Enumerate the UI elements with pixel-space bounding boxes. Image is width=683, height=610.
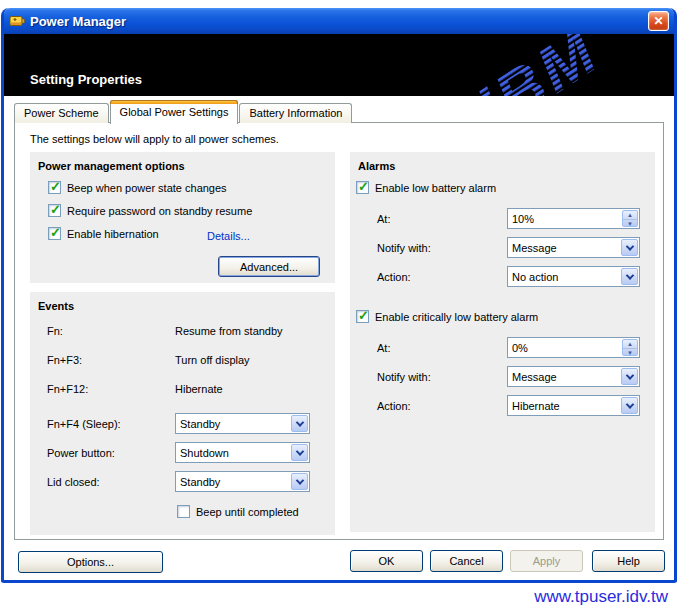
alarm-row: At: 10% ▲▼ (350, 204, 655, 233)
events-panel: Events Fn: Resume from standby Fn+F3: Tu… (30, 292, 335, 535)
spinner-buttons[interactable]: ▲▼ (622, 210, 638, 227)
event-row: Fn+F12: Hibernate (30, 374, 335, 403)
svg-text:IBM: IBM (464, 34, 612, 96)
chevron-down-icon[interactable] (621, 397, 638, 414)
close-button[interactable]: ✕ (648, 11, 669, 31)
battery-app-icon (9, 13, 25, 29)
alarm-label: Action: (377, 271, 507, 283)
panel-heading: Events (30, 292, 335, 316)
beep-until-completed-checkbox[interactable] (177, 505, 190, 518)
tab-strip: Power Scheme Global Power Settings Batte… (14, 99, 353, 123)
ok-button[interactable]: OK (350, 550, 423, 572)
advanced-button[interactable]: Advanced... (218, 256, 320, 277)
beep-power-state-checkbox[interactable] (48, 181, 61, 194)
alarm-label: Notify with: (377, 242, 507, 254)
enable-hibernation-checkbox[interactable] (48, 227, 61, 240)
low-alarm-at-spinner[interactable]: 10% ▲▼ (507, 208, 640, 229)
chevron-down-icon[interactable] (621, 268, 638, 285)
dropdown-value: Message (512, 242, 557, 254)
event-value: Resume from standby (175, 325, 283, 337)
apply-button: Apply (510, 550, 583, 572)
help-button[interactable]: Help (592, 550, 665, 572)
down-arrow-icon[interactable]: ▼ (623, 220, 637, 228)
spinner-value: 0% (512, 342, 528, 354)
alarm-row: Action: Hibernate (350, 391, 655, 420)
event-label: Fn+F4 (Sleep): (47, 418, 175, 430)
event-label: Fn+F12: (47, 383, 175, 395)
power-button-dropdown[interactable]: Shutdown (175, 442, 310, 463)
down-arrow-icon[interactable]: ▼ (623, 349, 637, 357)
power-management-options-panel: Power management options Beep when power… (30, 152, 335, 283)
checkbox-label: Enable hibernation (67, 228, 159, 240)
checkbox-row: Require password on standby resume (30, 199, 335, 222)
checkbox-row: Beep when power state changes (30, 176, 335, 199)
event-label: Fn: (47, 325, 175, 337)
critical-alarm-action-dropdown[interactable]: Hibernate (507, 395, 640, 416)
watermark-text: www.tpuser.idv.tw (534, 587, 668, 607)
checkbox-row: Beep until completed (30, 500, 335, 523)
enable-low-battery-alarm-checkbox[interactable] (356, 181, 369, 194)
alarm-label: Notify with: (377, 371, 507, 383)
titlebar[interactable]: Power Manager ✕ (4, 8, 674, 34)
banner: Setting Properties IBM (4, 34, 674, 96)
checkbox-label: Enable critically low battery alarm (375, 311, 538, 323)
checkbox-label: Enable low battery alarm (375, 182, 496, 194)
cancel-button[interactable]: Cancel (430, 550, 503, 572)
dropdown-value: Message (512, 371, 557, 383)
alarm-label: Action: (377, 400, 507, 412)
checkbox-label: Beep until completed (196, 506, 299, 518)
dialog-body: Power Scheme Global Power Settings Batte… (4, 96, 674, 580)
options-button[interactable]: Options... (18, 551, 163, 573)
fn-f4-sleep-dropdown[interactable]: Standby (175, 413, 310, 434)
screenshot-root: Power Manager ✕ Setting Properties IBM P… (0, 0, 683, 610)
intro-text: The settings below will apply to all pow… (30, 133, 279, 145)
alarm-row: Notify with: Message (350, 233, 655, 262)
alarm-row: Action: No action (350, 262, 655, 291)
checkbox-row: Enable hibernation (30, 222, 335, 245)
tab-power-scheme[interactable]: Power Scheme (14, 103, 109, 123)
dropdown-value: Hibernate (512, 400, 560, 412)
event-value: Hibernate (175, 383, 223, 395)
window-title: Power Manager (30, 14, 126, 29)
event-row: Fn: Resume from standby (30, 316, 335, 345)
lid-closed-dropdown[interactable]: Standby (175, 471, 310, 492)
event-label: Power button: (47, 447, 175, 459)
chevron-down-icon[interactable] (291, 444, 308, 461)
critical-alarm-notify-dropdown[interactable]: Message (507, 366, 640, 387)
alarm-row: Notify with: Message (350, 362, 655, 391)
up-arrow-icon[interactable]: ▲ (623, 340, 637, 349)
require-password-checkbox[interactable] (48, 204, 61, 217)
details-link[interactable]: Details... (207, 230, 250, 242)
low-alarm-notify-dropdown[interactable]: Message (507, 237, 640, 258)
alarm-label: At: (377, 213, 507, 225)
chevron-down-icon[interactable] (291, 473, 308, 490)
chevron-down-icon[interactable] (291, 415, 308, 432)
dropdown-value: Standby (180, 418, 220, 430)
event-row: Power button: Shutdown (30, 438, 335, 467)
spinner-value: 10% (512, 213, 534, 225)
event-value: Turn off display (175, 354, 250, 366)
panel-heading: Alarms (350, 152, 655, 176)
checkbox-label: Require password on standby resume (67, 205, 252, 217)
spinner-buttons[interactable]: ▲▼ (622, 339, 638, 356)
ibm-logo-icon: IBM (453, 34, 660, 96)
critical-alarm-at-spinner[interactable]: 0% ▲▼ (507, 337, 640, 358)
banner-title: Setting Properties (30, 72, 142, 87)
alarm-label: At: (377, 342, 507, 354)
alarms-panel: Alarms Enable low battery alarm At: 10% … (350, 152, 655, 532)
chevron-down-icon[interactable] (621, 368, 638, 385)
chevron-down-icon[interactable] (621, 239, 638, 256)
checkbox-row: Enable critically low battery alarm (350, 305, 655, 328)
tab-global-power-settings[interactable]: Global Power Settings (110, 100, 239, 124)
event-row: Fn+F3: Turn off display (30, 345, 335, 374)
event-row: Fn+F4 (Sleep): Standby (30, 409, 335, 438)
event-row: Lid closed: Standby (30, 467, 335, 496)
checkbox-label: Beep when power state changes (67, 182, 227, 194)
tab-battery-information[interactable]: Battery Information (239, 103, 352, 123)
checkbox-row: Enable low battery alarm (350, 176, 655, 199)
dropdown-value: Standby (180, 476, 220, 488)
low-alarm-action-dropdown[interactable]: No action (507, 266, 640, 287)
dropdown-value: Shutdown (180, 447, 229, 459)
enable-critical-battery-alarm-checkbox[interactable] (356, 310, 369, 323)
up-arrow-icon[interactable]: ▲ (623, 211, 637, 220)
